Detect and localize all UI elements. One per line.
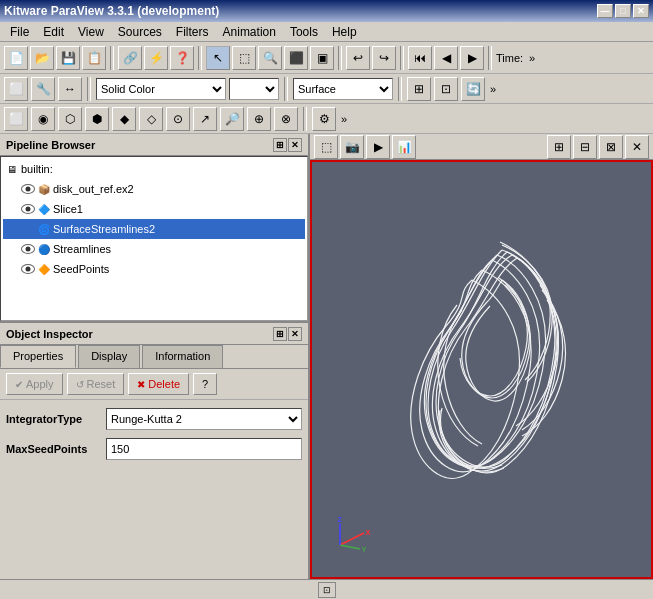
maxseed-input[interactable]: 150 — [106, 438, 302, 460]
inspector-close-button[interactable]: ✕ — [288, 327, 302, 341]
tree-item-builtin[interactable]: 🖥 builtin: — [3, 159, 305, 179]
tree-item-seedpoints[interactable]: 🔶 SeedPoints — [3, 259, 305, 279]
svg-text:Y: Y — [362, 545, 367, 554]
pipeline-close-button[interactable]: ✕ — [288, 138, 302, 152]
eye-icon-streamlines[interactable] — [21, 244, 35, 254]
menu-view[interactable]: View — [72, 23, 110, 41]
delete-button[interactable]: ✖ Delete — [128, 373, 189, 395]
maximize-button[interactable]: □ — [615, 4, 631, 18]
prev-frame-button[interactable]: ◀ — [434, 46, 458, 70]
menu-sources[interactable]: Sources — [112, 23, 168, 41]
undo-button[interactable]: ↩ — [346, 46, 370, 70]
tb3-btn2[interactable]: ◉ — [31, 107, 55, 131]
save-button[interactable]: 💾 — [56, 46, 80, 70]
tab-information[interactable]: Information — [142, 345, 223, 368]
select-surface-button[interactable]: ⬛ — [284, 46, 308, 70]
tab-properties[interactable]: Properties — [0, 345, 76, 368]
help-button[interactable]: ❓ — [170, 46, 194, 70]
inspector-action-toolbar: ✔ Apply ↺ Reset ✖ Delete ? — [0, 369, 308, 400]
window-controls[interactable]: — □ ✕ — [597, 4, 649, 18]
vp-btn3[interactable]: ▶ — [366, 135, 390, 159]
tb3-btn8[interactable]: ↗ — [193, 107, 217, 131]
tb2-btn1[interactable]: ⬜ — [4, 77, 28, 101]
separator-1 — [110, 46, 114, 70]
close-button[interactable]: ✕ — [633, 4, 649, 18]
vp-layout1[interactable]: ⊞ — [547, 135, 571, 159]
inspect-button[interactable]: 🔍 — [258, 46, 282, 70]
vp-btn1[interactable]: ⬚ — [314, 135, 338, 159]
color-select[interactable]: Solid Color — [96, 78, 226, 100]
apply-button[interactable]: ✔ Apply — [6, 373, 63, 395]
integrator-value[interactable]: Runge-Kutta 2 Runge-Kutta 4 Runge-Kutta … — [106, 408, 302, 430]
select-area-button[interactable]: ⬚ — [232, 46, 256, 70]
menu-file[interactable]: File — [4, 23, 35, 41]
select-through-button[interactable]: ▣ — [310, 46, 334, 70]
left-panel: Pipeline Browser ⊞ ✕ 🖥 builtin: 📦 disk_o… — [0, 134, 310, 579]
vp-btn2[interactable]: 📷 — [340, 135, 364, 159]
menu-help[interactable]: Help — [326, 23, 363, 41]
play-button[interactable]: ▶ — [460, 46, 484, 70]
tb2-btn3[interactable]: ↔ — [58, 77, 82, 101]
tree-item-disk[interactable]: 📦 disk_out_ref.ex2 — [3, 179, 305, 199]
maxseed-value[interactable]: 150 — [106, 438, 302, 460]
inspector-header-buttons[interactable]: ⊞ ✕ — [273, 327, 302, 341]
vp-btn4[interactable]: 📊 — [392, 135, 416, 159]
first-frame-button[interactable]: ⏮ — [408, 46, 432, 70]
tb3-btn10[interactable]: ⊕ — [247, 107, 271, 131]
vp-close[interactable]: ✕ — [625, 135, 649, 159]
title-bar: Kitware ParaView 3.3.1 (development) — □… — [0, 0, 653, 22]
open-button[interactable]: 📂 — [30, 46, 54, 70]
help-btn[interactable]: ? — [193, 373, 217, 395]
vp-layout2[interactable]: ⊟ — [573, 135, 597, 159]
integrator-select[interactable]: Runge-Kutta 2 Runge-Kutta 4 Runge-Kutta … — [106, 408, 302, 430]
view-btn3[interactable]: 🔄 — [461, 77, 485, 101]
tree-item-streamlines[interactable]: 🔵 Streamlines — [3, 239, 305, 259]
disconnect-button[interactable]: ⚡ — [144, 46, 168, 70]
tab-display[interactable]: Display — [78, 345, 140, 368]
menu-animation[interactable]: Animation — [217, 23, 282, 41]
inspector-header: Object Inspector ⊞ ✕ — [0, 323, 308, 345]
tb3-btn9[interactable]: 🔎 — [220, 107, 244, 131]
seed-icon: 🔶 — [37, 262, 51, 276]
minimize-button[interactable]: — — [597, 4, 613, 18]
tb3-btn4[interactable]: ⬢ — [85, 107, 109, 131]
tb3-btn11[interactable]: ⊗ — [274, 107, 298, 131]
pipeline-browser[interactable]: 🖥 builtin: 📦 disk_out_ref.ex2 🔷 Slice1 🌀 — [0, 156, 308, 321]
tb3-btn7[interactable]: ⊙ — [166, 107, 190, 131]
view-btn1[interactable]: ⊞ — [407, 77, 431, 101]
eye-icon-slice[interactable] — [21, 204, 35, 214]
tb3-btn6[interactable]: ◇ — [139, 107, 163, 131]
new-button[interactable]: 📄 — [4, 46, 28, 70]
eye-icon-seed[interactable] — [21, 264, 35, 274]
select-button[interactable]: ↖ — [206, 46, 230, 70]
eye-icon-disk[interactable] — [21, 184, 35, 194]
delete-icon: ✖ — [137, 379, 145, 390]
save-state-button[interactable]: 📋 — [82, 46, 106, 70]
tree-item-label-disk: disk_out_ref.ex2 — [53, 183, 134, 195]
color-extra-select[interactable] — [229, 78, 279, 100]
view-btn2[interactable]: ⊡ — [434, 77, 458, 101]
menu-edit[interactable]: Edit — [37, 23, 70, 41]
tree-item-surfacestreamlines[interactable]: 🌀 SurfaceStreamlines2 — [3, 219, 305, 239]
tree-item-slice[interactable]: 🔷 Slice1 — [3, 199, 305, 219]
pipeline-header-buttons[interactable]: ⊞ ✕ — [273, 138, 302, 152]
tb2-btn2[interactable]: 🔧 — [31, 77, 55, 101]
status-center-button[interactable]: ⊡ — [318, 582, 336, 598]
pipeline-dock-button[interactable]: ⊞ — [273, 138, 287, 152]
tree-item-label-slice: Slice1 — [53, 203, 83, 215]
tb3-btn12[interactable]: ⚙ — [312, 107, 336, 131]
redo-button[interactable]: ↪ — [372, 46, 396, 70]
menu-tools[interactable]: Tools — [284, 23, 324, 41]
toolbar-2: ⬜ 🔧 ↔ Solid Color Surface ⊞ ⊡ 🔄 » — [0, 74, 653, 104]
viewport-canvas[interactable]: X Y Z — [310, 160, 653, 579]
menu-filters[interactable]: Filters — [170, 23, 215, 41]
expand3-icon: » — [341, 113, 347, 125]
reset-button[interactable]: ↺ Reset — [67, 373, 125, 395]
tb3-btn1[interactable]: ⬜ — [4, 107, 28, 131]
connect-button[interactable]: 🔗 — [118, 46, 142, 70]
tb3-btn3[interactable]: ⬡ — [58, 107, 82, 131]
vp-layout3[interactable]: ⊠ — [599, 135, 623, 159]
repr-select[interactable]: Surface — [293, 78, 393, 100]
tb3-btn5[interactable]: ◆ — [112, 107, 136, 131]
inspector-dock-button[interactable]: ⊞ — [273, 327, 287, 341]
